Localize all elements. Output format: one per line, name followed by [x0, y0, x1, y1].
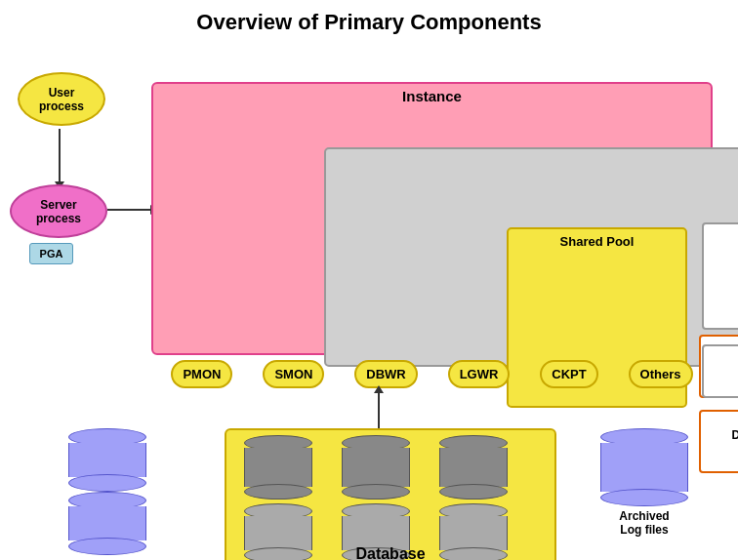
shared-pool-label: Shared Pool: [509, 229, 685, 249]
process-pill-smon: SMON: [263, 360, 324, 388]
redo-log-files-cylinder: Redo Log files: [439, 435, 508, 560]
server-process: Server process: [10, 184, 107, 238]
data-files-cylinder: Data files: [244, 435, 312, 560]
user-to-server-arrow: [59, 129, 61, 182]
process-pill-dbwr: DBWR: [354, 360, 417, 388]
diagram-area: User process Server process PGA Instance…: [0, 43, 738, 550]
pga-box: PGA: [29, 243, 73, 264]
database-box: Data files Control files Redo Log files: [225, 428, 556, 560]
database-label: Database: [225, 545, 556, 560]
process-pills-row: PMONSMONDBWRLGWRCKPTOthers: [151, 360, 713, 388]
instance-box: Instance SGA Shared Pool Library Cache D…: [151, 82, 713, 355]
server-to-instance-arrow: [107, 209, 151, 211]
control-files-cylinder: Control files: [342, 435, 410, 560]
db-buffer-cache-box: Database Buffer Cache: [702, 222, 738, 330]
process-pill-others: Others: [629, 360, 693, 388]
password-file-cylinder: Password file: [68, 492, 146, 560]
process-pill-pmon: PMON: [171, 360, 232, 388]
instance-label: Instance: [153, 84, 711, 104]
process-pill-ckpt: CKPT: [540, 360, 597, 388]
user-process: User process: [18, 72, 105, 126]
main-title: Overview of Primary Components: [0, 0, 738, 43]
sga-box: SGA Shared Pool Library Cache Data Dicti…: [324, 147, 738, 367]
archived-log-files-cylinder: Archived Log files: [600, 428, 688, 537]
process-pill-lgwr: LGWR: [448, 360, 511, 388]
process-db-arrow: [378, 392, 380, 429]
data-dictionary-cache-box: Data Dictionary Cache: [699, 410, 738, 473]
sga-label: SGA: [326, 149, 738, 168]
